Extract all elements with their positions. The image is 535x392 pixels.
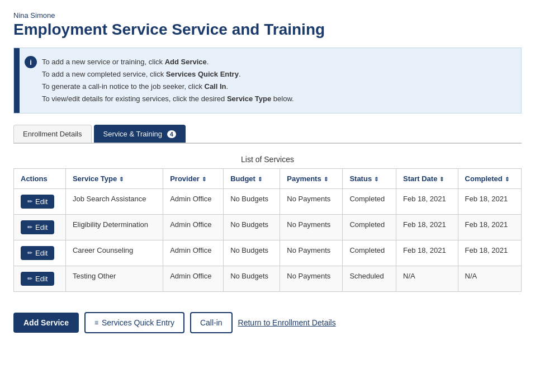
table-title: List of Services (13, 155, 522, 164)
budget-cell: No Budgets (224, 189, 280, 215)
start-date-cell: Feb 18, 2021 (396, 240, 458, 266)
start-date-cell: Feb 18, 2021 (396, 215, 458, 240)
call-in-button[interactable]: Call-in (190, 312, 233, 333)
tab-badge: 4 (167, 130, 176, 138)
col-completed[interactable]: Completed⇕ (458, 169, 521, 189)
banner-text: To add a new service or training, click … (42, 48, 301, 113)
col-budget[interactable]: Budget⇕ (224, 169, 280, 189)
info-icon: i (25, 56, 37, 68)
col-actions: Actions (14, 169, 66, 189)
provider-cell: Admin Office (163, 189, 224, 215)
budget-cell: No Budgets (224, 266, 280, 292)
pencil-icon: ✏ (27, 198, 32, 205)
completed-cell: N/A (458, 266, 521, 292)
service-type-cell: Job Search Assistance (65, 189, 163, 215)
col-start-date[interactable]: Start Date⇕ (396, 169, 458, 189)
col-provider[interactable]: Provider⇕ (163, 169, 224, 189)
service-type-cell: Eligibility Determination (65, 215, 163, 240)
payments-cell: No Payments (280, 189, 343, 215)
provider-cell: Admin Office (163, 240, 224, 266)
service-type-cell: Testing Other (65, 266, 163, 292)
action-cell: ✏Edit (14, 215, 66, 240)
col-service-type[interactable]: Service Type⇕ (65, 169, 163, 189)
services-quick-entry-button[interactable]: ≡ Services Quick Entry (84, 312, 184, 333)
action-cell: ✏Edit (14, 266, 66, 292)
col-status[interactable]: Status⇕ (343, 169, 396, 189)
status-cell: Scheduled (343, 266, 396, 292)
pencil-icon: ✏ (27, 249, 32, 257)
pencil-icon: ✏ (27, 224, 32, 231)
table-row: ✏EditCareer CounselingAdmin OfficeNo Bud… (14, 240, 522, 266)
provider-cell: Admin Office (163, 266, 224, 292)
add-service-button[interactable]: Add Service (13, 313, 79, 333)
action-cell: ✏Edit (14, 189, 66, 215)
start-date-cell: Feb 18, 2021 (396, 189, 458, 215)
table-row: ✏EditJob Search AssistanceAdmin OfficeNo… (14, 189, 522, 215)
completed-cell: Feb 18, 2021 (458, 189, 521, 215)
table-row: ✏EditEligibility DeterminationAdmin Offi… (14, 215, 522, 240)
completed-cell: Feb 18, 2021 (458, 215, 521, 240)
edit-button[interactable]: ✏Edit (21, 246, 54, 260)
table-section: List of Services Actions Service Type⇕ P… (13, 155, 522, 292)
payments-cell: No Payments (280, 215, 343, 240)
budget-cell: No Budgets (224, 240, 280, 266)
edit-button[interactable]: ✏Edit (21, 195, 54, 209)
page-subtitle: Nina Simone (13, 11, 522, 20)
tab-enrollment-details[interactable]: Enrollment Details (13, 125, 92, 143)
edit-button[interactable]: ✏Edit (21, 220, 54, 234)
tabs-container: Enrollment Details Service & Training 4 (13, 125, 522, 144)
col-payments[interactable]: Payments⇕ (280, 169, 343, 189)
status-cell: Completed (343, 215, 396, 240)
banner-accent-bar (14, 48, 20, 113)
payments-cell: No Payments (280, 266, 343, 292)
provider-cell: Admin Office (163, 215, 224, 240)
info-icon-wrapper: i (20, 48, 42, 113)
status-cell: Completed (343, 240, 396, 266)
budget-cell: No Budgets (224, 215, 280, 240)
table-row: ✏EditTesting OtherAdmin OfficeNo Budgets… (14, 266, 522, 292)
return-link[interactable]: Return to Enrollment Details (238, 318, 336, 327)
services-table: Actions Service Type⇕ Provider⇕ Budget⇕ … (13, 168, 522, 292)
edit-button[interactable]: ✏Edit (21, 272, 54, 286)
service-type-cell: Career Counseling (65, 240, 163, 266)
action-cell: ✏Edit (14, 240, 66, 266)
payments-cell: No Payments (280, 240, 343, 266)
start-date-cell: N/A (396, 266, 458, 292)
tab-service-training[interactable]: Service & Training 4 (94, 125, 186, 143)
completed-cell: Feb 18, 2021 (458, 240, 521, 266)
page-title: Employment Service Service and Training (13, 21, 522, 39)
status-cell: Completed (343, 189, 396, 215)
footer-actions: Add Service ≡ Services Quick Entry Call-… (13, 305, 522, 333)
info-banner: i To add a new service or training, clic… (13, 48, 522, 114)
pencil-icon: ✏ (27, 275, 32, 282)
list-icon: ≡ (94, 319, 98, 327)
